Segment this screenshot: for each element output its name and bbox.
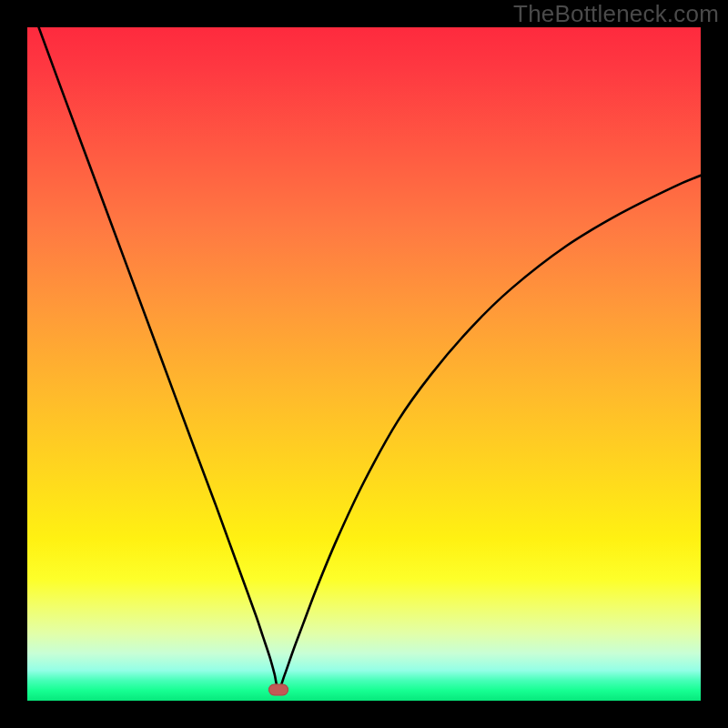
plot-area: [27, 27, 701, 701]
chart-frame: TheBottleneck.com: [0, 0, 728, 728]
bottleneck-curve: [39, 27, 701, 690]
optimum-marker: [268, 684, 288, 696]
watermark-text: TheBottleneck.com: [513, 0, 719, 28]
curve-svg: [27, 27, 701, 701]
